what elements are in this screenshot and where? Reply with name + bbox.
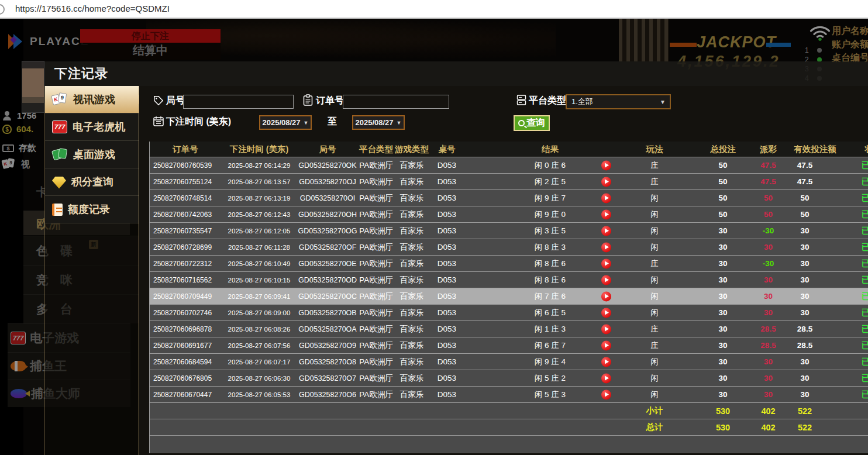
browser-address-bar[interactable]: https://175616.cc/home?code=QSDMZI [0, 0, 868, 19]
play-icon[interactable] [601, 193, 611, 203]
play-icon[interactable] [601, 242, 611, 252]
table-row[interactable]: 2508270607605392025-08-27 06:14:29GD0532… [150, 157, 868, 174]
table-row[interactable]: 2508270607485142025-08-27 06:13:19GD0532… [150, 190, 868, 206]
play-icon[interactable] [601, 275, 611, 285]
menu-item-桌面游戏[interactable]: 桌面游戏 [45, 141, 139, 168]
table-row[interactable]: 2508270606704472025-08-27 06:05:53GD0532… [150, 387, 868, 403]
round-input[interactable] [183, 95, 294, 109]
cell-result: 闲 5 庄 2 [464, 370, 624, 386]
play-icon[interactable] [601, 226, 611, 236]
cell-bet-type: 庄 [624, 256, 685, 271]
table-row[interactable]: 2508270607094492025-08-27 06:09:41GD0532… [150, 288, 868, 305]
table-row[interactable]: 2508270606845942025-08-27 06:07:17GD0532… [150, 354, 868, 370]
total-value [429, 403, 464, 419]
cell-game-type: 百家乐 [394, 370, 429, 386]
table-row[interactable]: 2508270607355472025-08-27 06:12:05GD0532… [150, 223, 868, 239]
cell-payout: 47.5 [749, 174, 787, 189]
table-row[interactable]: 2508270606768052025-08-27 06:06:30GD0532… [150, 370, 868, 387]
date-to-picker[interactable]: 2025/08/27 ▼ [352, 115, 405, 130]
order-input[interactable] [343, 95, 449, 109]
cell-order-no: 250827060684594 [150, 354, 221, 370]
result-text: 闲 9 庄 4 [535, 357, 566, 367]
cell-status: 已派彩 [843, 305, 868, 320]
total-value: 530 [685, 403, 749, 419]
table-row[interactable]: 2508270607165622025-08-27 06:10:15GD0532… [150, 272, 868, 288]
cell-total-bet: 50 [685, 157, 749, 173]
cell-result: 闲 9 庄 4 [464, 354, 624, 370]
cell-total-bet: 30 [685, 272, 749, 288]
cell-platform: PA欧洲厅 [358, 223, 394, 239]
table-row[interactable]: 2508270606916772025-08-27 06:07:56GD0532… [150, 337, 868, 354]
cell-valid-bet: 30 [787, 354, 843, 370]
cell-valid-bet: 30 [787, 272, 843, 288]
cell-bet-time: 2025-08-27 06:10:15 [221, 272, 297, 288]
cell-order-no: 250827060709449 [150, 288, 221, 304]
menu-item-额度记录[interactable]: 额度记录 [45, 196, 139, 223]
cell-bet-type: 闲 [624, 206, 685, 222]
date-from-picker[interactable]: 2025/08/27 ▼ [259, 115, 312, 130]
to-label: 至 [328, 116, 337, 128]
cell-table-no: D053 [429, 223, 464, 239]
play-icon[interactable] [601, 373, 611, 383]
chevron-down-icon: ▼ [304, 120, 309, 126]
cell-bet-type: 闲 [624, 305, 685, 320]
order-label: 订单号 [316, 95, 344, 107]
url-text[interactable]: https://175616.cc/home?code=QSDMZI [15, 4, 170, 13]
cell-game-type: 百家乐 [394, 305, 429, 320]
cell-valid-bet: 47.5 [787, 157, 843, 173]
cell-order-no: 250827060696878 [150, 321, 221, 337]
search-button[interactable]: 查询 [514, 115, 550, 131]
cell-order-no: 250827060716562 [150, 272, 221, 288]
platform-select[interactable]: 1.全部 ▼ [566, 94, 671, 109]
cell-bet-time: 2025-08-27 06:11:28 [221, 239, 297, 255]
calendar-icon [153, 116, 164, 126]
menu-item-积分查询[interactable]: 积分查询 [45, 168, 139, 196]
cell-total-bet: 30 [685, 321, 749, 337]
cell-bet-type: 庄 [624, 174, 685, 189]
cell-result: 闲 9 庄 0 [464, 206, 624, 222]
play-icon[interactable] [601, 324, 611, 334]
table-row[interactable]: 2508270607420632025-08-27 06:12:43GD0532… [150, 206, 868, 223]
total-value: 522 [787, 403, 843, 419]
play-icon[interactable] [601, 291, 611, 301]
total-value [150, 403, 221, 419]
cell-result: 闲 8 庄 6 [464, 256, 624, 271]
menu-item-视讯游戏[interactable]: K9视讯游戏 [45, 86, 139, 113]
play-icon[interactable] [601, 357, 611, 367]
cell-bet-type: 闲 [624, 370, 685, 386]
cell-order-no: 250827060755124 [150, 174, 221, 189]
table-row[interactable]: 2508270607223122025-08-27 06:10:49GD0532… [150, 256, 868, 272]
play-icon[interactable] [601, 340, 611, 350]
result-text: 闲 5 庄 3 [535, 389, 566, 400]
cell-valid-bet: 47.5 [787, 174, 843, 189]
play-icon[interactable] [601, 177, 611, 187]
cell-game-type: 百家乐 [394, 239, 429, 255]
bet-records-table: 订单号下注时间 (美东)局号平台类型游戏类型桌号结果玩法总投注派彩有效投注额状态… [149, 142, 868, 453]
play-icon[interactable] [601, 160, 611, 170]
cell-bet-type: 庄 [624, 337, 685, 353]
table-row[interactable]: 2508270607551242025-08-27 06:13:57GD0532… [150, 174, 868, 190]
cell-status: 已派彩 [843, 206, 868, 222]
play-icon[interactable] [601, 308, 611, 318]
play-icon[interactable] [601, 389, 611, 399]
chevron-down-icon: ▼ [660, 99, 666, 105]
table-row[interactable]: 2508270607286992025-08-27 06:11:28GD0532… [150, 239, 868, 256]
total-value [358, 403, 394, 419]
cell-total-bet: 50 [685, 174, 749, 189]
cell-table-no: D053 [429, 190, 464, 206]
cell-payout: 50 [749, 190, 787, 206]
cell-platform: PA欧洲厅 [358, 190, 394, 206]
cell-total-bet: 50 [685, 190, 749, 206]
result-text: 闲 8 庄 6 [535, 275, 566, 285]
play-icon[interactable] [601, 209, 611, 219]
cell-valid-bet: 30 [787, 239, 843, 255]
play-icon[interactable] [601, 258, 611, 268]
result-text: 闲 9 庄 0 [535, 209, 566, 220]
cell-table-no: D053 [429, 239, 464, 255]
table-row[interactable]: 2508270606968782025-08-27 06:08:26GD0532… [150, 321, 868, 337]
menu-item-电子老虎机[interactable]: 777电子老虎机 [45, 113, 139, 141]
cell-payout: 30 [749, 288, 787, 304]
total-value [358, 419, 394, 435]
table-row[interactable]: 2508270607027462025-08-27 06:09:00GD0532… [150, 305, 868, 321]
cell-round-no: GD053258270OA [297, 321, 358, 337]
